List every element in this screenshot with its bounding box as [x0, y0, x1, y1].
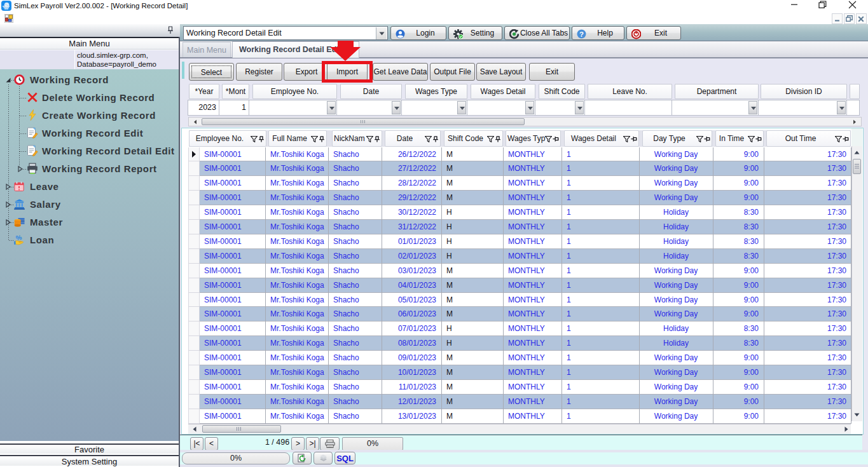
svg-text:?: ?	[579, 30, 584, 38]
